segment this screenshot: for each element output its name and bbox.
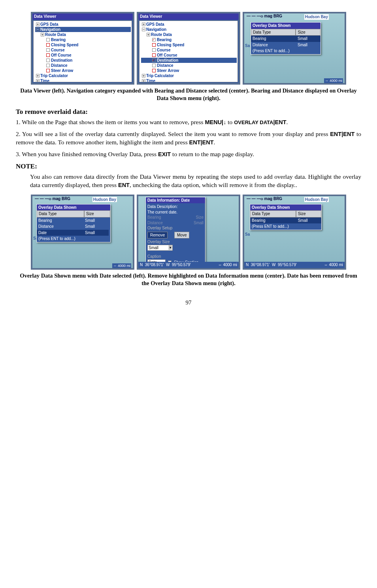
- overlay-row-date[interactable]: DateSmall: [37, 230, 110, 236]
- mag-brg-label: — — —O mag BRG: [247, 13, 282, 19]
- data-info-title: Data Information: Date: [146, 197, 205, 204]
- page-number: 97: [16, 299, 361, 306]
- tree-item-closing[interactable]: Closing Speed: [141, 42, 237, 47]
- tree-item-course[interactable]: Course: [141, 47, 237, 53]
- tree-item-time[interactable]: Time: [35, 78, 131, 82]
- tree-item-steer[interactable]: Steer Arrow: [35, 68, 131, 73]
- data-info-center-panel: Data Information: Date Data Description:…: [137, 195, 240, 270]
- checkbox-icon[interactable]: [152, 48, 156, 52]
- tree-item-offcourse[interactable]: Off Course: [141, 53, 237, 58]
- desc-value: The current date.: [147, 210, 204, 215]
- tree-item-trip[interactable]: Trip Calculator: [141, 73, 237, 78]
- tree-item-offcourse[interactable]: Off Course: [35, 53, 131, 58]
- tree-item-dest[interactable]: Destination: [141, 58, 237, 63]
- desc-label: Data Description:: [147, 204, 204, 210]
- overlay-menu-title: Overlay Data Shown: [250, 204, 321, 211]
- overlay-menu-title: Overlay Data Shown: [251, 23, 320, 29]
- overlay-row-bearing[interactable]: Bearing Small: [251, 36, 320, 42]
- map-scale: ↔ 4000 mi: [324, 78, 343, 83]
- overlay-shown-right-panel: — — —O mag BRG Hudson Bay Sa Overlay Dat…: [243, 195, 346, 270]
- figure-2: — — —O mag BRG Hudson Bay Sa Overlay Dat…: [16, 195, 361, 270]
- overlay-size-dropdown[interactable]: Small: [147, 245, 173, 251]
- checkbox-icon[interactable]: [46, 43, 50, 47]
- overlay-shown-left-panel: — — —O mag BRG Hudson Bay Sa Overlay Dat…: [31, 195, 134, 270]
- ent-key: ENT: [330, 131, 341, 137]
- panel-title: Data Viewer: [32, 13, 133, 20]
- tree: GPS Data Navigation Route Data Bearing C…: [139, 21, 238, 82]
- collapse-icon[interactable]: [142, 28, 145, 31]
- checkbox-icon[interactable]: [152, 64, 156, 67]
- remove-button[interactable]: Remove: [147, 232, 168, 239]
- note-heading: NOTE:: [16, 162, 361, 171]
- expand-icon[interactable]: [147, 33, 150, 36]
- data-viewer-left-panel: Data Viewer GPS Data Navigation Route Da…: [31, 12, 134, 85]
- tree-item-gps[interactable]: GPS Data: [35, 22, 131, 27]
- checkbox-checked-icon[interactable]: [152, 38, 156, 42]
- tree-item-route[interactable]: Route Data: [141, 32, 237, 37]
- tree-item-bearing[interactable]: Bearing: [141, 37, 237, 42]
- hudson-bay-label: Hudson Bay: [304, 197, 329, 202]
- col-size: Size: [296, 29, 320, 36]
- overlay-row-add[interactable]: (Press ENT to add...): [251, 48, 320, 54]
- tree-item-distance[interactable]: Distance: [35, 63, 131, 68]
- overlay-row-bearing[interactable]: BearingSmall: [250, 217, 321, 224]
- coord-bar: N 36°08.971' W 95°50.579' ↔ 4000 mi: [244, 262, 345, 268]
- mag-brg-label: — — —O mag BRG: [247, 196, 282, 202]
- checkbox-icon[interactable]: [46, 53, 50, 57]
- expand-icon[interactable]: [142, 23, 145, 26]
- overlay-row-distance[interactable]: Distance Small: [251, 42, 320, 48]
- tree-item-steer[interactable]: Steer Arrow: [141, 68, 237, 73]
- tree-item-trip[interactable]: Trip Calculator: [35, 73, 131, 78]
- figure-1-caption: Data Viewer (left). Navigation category …: [20, 87, 357, 102]
- overlay-row-add[interactable]: (Press ENT to add...): [37, 236, 110, 242]
- expand-icon[interactable]: [36, 23, 40, 26]
- tree-item-nav[interactable]: Navigation: [35, 27, 131, 32]
- checkbox-icon[interactable]: [46, 59, 50, 62]
- overlay-row-bearing[interactable]: BearingSmall: [37, 217, 110, 224]
- checkbox-checked-icon[interactable]: [152, 59, 156, 62]
- expand-icon[interactable]: [41, 33, 44, 36]
- checkbox-icon[interactable]: [152, 53, 156, 57]
- panel-title: Data Viewer: [138, 13, 239, 20]
- tree-item-closing[interactable]: Closing Speed: [35, 42, 131, 47]
- overlay-data-shown-menu: Overlay Data Shown Data Type Size Bearin…: [251, 22, 321, 55]
- overlay-row-add[interactable]: (Press ENT to add...): [250, 223, 321, 230]
- overlay-row-distance[interactable]: DistanceSmall: [37, 223, 110, 230]
- overlay-setup-label: Overlay Setup: [147, 225, 204, 231]
- map-panel-right: — — —O mag BRG Hudson Bay Sa Overlay Dat…: [243, 12, 346, 85]
- menu-key: MENU: [205, 119, 222, 125]
- figure-2-caption: Overlay Data Shown menu with Date select…: [20, 272, 357, 287]
- remove-overlaid-heading: To remove overlaid data:: [16, 108, 361, 117]
- bearing-greyed: Bearing: [147, 215, 161, 220]
- step-3: 3. When you have finished removing Overl…: [16, 150, 361, 158]
- tree-item-gps[interactable]: GPS Data: [141, 22, 237, 27]
- collapse-icon[interactable]: [36, 28, 40, 31]
- data-info-menu: Data Information: Date Data Description:…: [145, 197, 205, 270]
- figure-1: Data Viewer GPS Data Navigation Route Da…: [16, 12, 361, 85]
- expand-icon[interactable]: [36, 79, 40, 82]
- expand-icon[interactable]: [142, 74, 145, 78]
- caption-group-label: Caption: [147, 254, 204, 259]
- checkbox-icon[interactable]: [46, 64, 50, 67]
- tree-item-bearing[interactable]: Bearing: [35, 37, 131, 42]
- tree-item-distance[interactable]: Distance: [141, 63, 237, 68]
- sa-label: Sa: [245, 232, 250, 237]
- checkbox-icon[interactable]: [152, 43, 156, 47]
- tree-item-nav[interactable]: Navigation: [141, 27, 237, 32]
- expand-icon[interactable]: [142, 79, 145, 82]
- overlay-header-row: Data Type Size: [251, 29, 320, 36]
- checkbox-icon[interactable]: [46, 48, 50, 52]
- mag-brg-text: mag BRG: [264, 14, 283, 18]
- tree-item-dest[interactable]: Destination: [35, 58, 131, 63]
- tree-item-course[interactable]: Course: [35, 47, 131, 53]
- expand-icon[interactable]: [36, 74, 40, 78]
- hudson-bay-label: Hudson Bay: [304, 14, 329, 20]
- checkbox-icon[interactable]: [46, 69, 50, 72]
- tree-item-time[interactable]: Time: [141, 78, 237, 82]
- overlay-menu-title: Overlay Data Shown: [37, 204, 110, 211]
- overlay-data-shown-menu: Overlay Data Shown Data Type Size Bearin…: [36, 204, 111, 242]
- checkbox-icon[interactable]: [46, 38, 50, 42]
- checkbox-icon[interactable]: [152, 69, 156, 72]
- tree-item-route[interactable]: Route Data: [35, 32, 131, 37]
- move-button[interactable]: Move: [174, 232, 189, 239]
